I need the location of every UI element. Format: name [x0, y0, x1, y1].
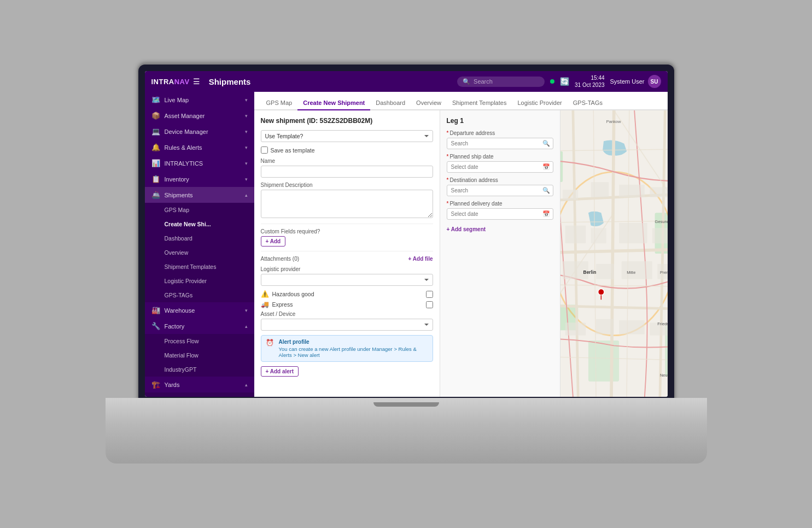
name-label: Name: [261, 158, 433, 164]
asset-device-row: Asset / Device: [261, 311, 433, 331]
ship-date-label: Planned ship date: [447, 154, 554, 160]
form-panel: New shipment (ID: 5S2ZS2DBB02M) Use Temp…: [254, 110, 440, 397]
tab-createnewshipment[interactable]: Create New Shipment: [297, 96, 370, 110]
ship-date-input-wrap: 📅: [447, 161, 554, 173]
add-segment-button[interactable]: + Add segment: [447, 224, 486, 234]
form-map-layout: New shipment (ID: 5S2ZS2DBB02M) Use Temp…: [254, 110, 668, 397]
name-input[interactable]: [261, 166, 433, 178]
search-input[interactable]: [474, 78, 539, 85]
yards-icon: 🏗️: [151, 380, 160, 389]
add-alert-button[interactable]: + Add alert: [261, 366, 299, 377]
alert-profile-text: You can create a new Alert profile under…: [279, 346, 428, 358]
sidebar-sub-gpstags[interactable]: GPS-TAGs: [145, 288, 254, 302]
tab-gpstags[interactable]: GPS-TAGs: [568, 96, 608, 110]
sidebar-sub-materialflow[interactable]: Material Flow: [145, 348, 254, 362]
yards-submenu: Overview: [145, 392, 254, 397]
save-template-row: Save as template: [261, 146, 433, 154]
svg-rect-31: [619, 223, 647, 243]
custom-fields-label: Custom Fields required?: [261, 228, 433, 234]
svg-rect-26: [619, 185, 645, 197]
sidebar-sub-processflow[interactable]: Process Flow: [145, 334, 254, 348]
svg-rect-1: [560, 151, 563, 182]
destination-input[interactable]: [447, 185, 554, 196]
svg-rect-27: [650, 187, 667, 197]
sidebar-sub-overview[interactable]: Overview: [145, 245, 254, 260]
shipments-submenu: GPS Map Create New Shi... Dashboard Over…: [145, 203, 254, 302]
sidebar-item-intralytics[interactable]: 📊 INTRALYTICS ▾: [145, 155, 254, 171]
sidebar-sub-yards-overview[interactable]: Overview: [145, 392, 254, 397]
description-label: Shipment Description: [261, 182, 433, 188]
hazardous-row: ⚠️ Hazardous good: [261, 290, 433, 298]
topbar: INTRANAV ☰ Shipments 🔍 🔄 15:44 31 O: [145, 71, 668, 92]
page-title: Shipments: [209, 77, 457, 86]
hazardous-checkbox[interactable]: [426, 291, 433, 298]
tab-logisticprovider[interactable]: Logistic Provider: [512, 96, 567, 110]
sidebar-sub-gpsmap[interactable]: GPS Map: [145, 203, 254, 217]
svg-rect-41: [596, 319, 614, 335]
use-template-select[interactable]: Use Template?: [261, 130, 433, 142]
ship-date-input[interactable]: [447, 161, 554, 173]
express-checkbox[interactable]: [426, 301, 433, 308]
description-textarea[interactable]: [261, 190, 433, 218]
inventory-icon: 📋: [151, 175, 160, 183]
departure-row: Departure address 🔍: [447, 130, 554, 149]
delivery-date-input[interactable]: [447, 208, 554, 220]
destination-label: Destination address: [447, 177, 554, 183]
add-custom-field-button[interactable]: + Add: [261, 236, 286, 247]
sidebar-item-livemap[interactable]: 🗺️ Live Map ▾: [145, 92, 254, 108]
save-template-label[interactable]: Save as template: [261, 146, 315, 154]
map-svg: Pankow Gesundbrunnen Prenzlauer Berg Ber…: [560, 110, 668, 397]
save-template-checkbox[interactable]: [261, 146, 268, 154]
sidebar-item-inventory[interactable]: 📋 Inventory ▾: [145, 171, 254, 187]
sidebar-item-factory[interactable]: 🔧 Factory ▴: [145, 318, 254, 334]
sidebar-item-assetmanager[interactable]: 📦 Asset Manager ▾: [145, 108, 254, 124]
sidebar-sub-createnew[interactable]: Create New Shi...: [145, 217, 254, 231]
tab-gpsmap[interactable]: GPS Map: [261, 96, 298, 110]
sidebar-sub-dashboard[interactable]: Dashboard: [145, 231, 254, 245]
sidebar-sub-templates[interactable]: Shipment Templates: [145, 260, 254, 274]
svg-rect-36: [596, 264, 614, 279]
sidebar-sub-logistic[interactable]: Logistic Provider: [145, 274, 254, 288]
departure-input[interactable]: [447, 138, 554, 149]
content-area: GPS Map Create New Shipment Dashboard Ov…: [254, 92, 668, 397]
svg-text:Gesundbrunnen: Gesundbrunnen: [655, 219, 668, 224]
attachments-row: Attachments (0) + Add file: [261, 256, 433, 262]
svg-rect-32: [652, 228, 668, 243]
svg-text:Prenzlauer Berg: Prenzlauer Berg: [660, 270, 668, 275]
alert-clock-icon: ⏰: [266, 339, 274, 347]
svg-rect-40: [565, 322, 586, 335]
tab-dashboard[interactable]: Dashboard: [370, 96, 411, 110]
sidebar: 🗺️ Live Map ▾ 📦 Asset Manager ▾ 💻 Device…: [145, 92, 254, 397]
sidebar-sub-industrygpt[interactable]: IndustryGPT: [145, 362, 254, 377]
menu-icon[interactable]: ☰: [193, 77, 200, 86]
search-bar[interactable]: 🔍: [457, 77, 545, 87]
sidebar-item-warehouse[interactable]: 🏭 Warehouse ▾: [145, 302, 254, 318]
ship-date-row: Planned ship date 📅: [447, 154, 554, 173]
svg-rect-25: [591, 182, 609, 197]
use-template-row: Use Template?: [261, 130, 433, 142]
delivery-date-input-wrap: 📅: [447, 208, 554, 220]
logistic-provider-label: Logistic provider: [261, 266, 433, 272]
rules-icon: 🔔: [151, 143, 160, 151]
add-file-button[interactable]: + Add file: [408, 256, 433, 262]
tab-overview[interactable]: Overview: [411, 96, 447, 110]
sidebar-item-shipments[interactable]: 🚢 Shipments ▴: [145, 187, 254, 203]
logistic-provider-select[interactable]: [261, 274, 433, 286]
asset-icon: 📦: [151, 112, 160, 120]
departure-search-icon: 🔍: [542, 140, 550, 147]
svg-text:Berlin: Berlin: [583, 269, 597, 275]
form-title: New shipment (ID: 5S2ZS2DBB02M): [261, 117, 433, 125]
tab-shipmenttemplates[interactable]: Shipment Templates: [447, 96, 512, 110]
warehouse-icon: 🏭: [151, 306, 160, 314]
sidebar-item-yards[interactable]: 🏗️ Yards ▴: [145, 377, 254, 392]
name-row: Name: [261, 158, 433, 178]
alert-info-box: ⏰ Alert profile You can create a new Ale…: [261, 335, 433, 362]
sidebar-item-rules[interactable]: 🔔 Rules & Alerts ▾: [145, 139, 254, 155]
map-area: Pankow Gesundbrunnen Prenzlauer Berg Ber…: [560, 110, 668, 397]
asset-device-select[interactable]: [261, 319, 433, 331]
factory-submenu: Process Flow Material Flow IndustryGPT: [145, 334, 254, 377]
refresh-icon[interactable]: 🔄: [560, 77, 569, 86]
leg-panel: Leg 1 Departure address 🔍 Plann: [440, 110, 561, 397]
sidebar-item-devicemanager[interactable]: 💻 Device Manager ▾: [145, 124, 254, 139]
delivery-date-label: Planned delivery date: [447, 201, 554, 207]
